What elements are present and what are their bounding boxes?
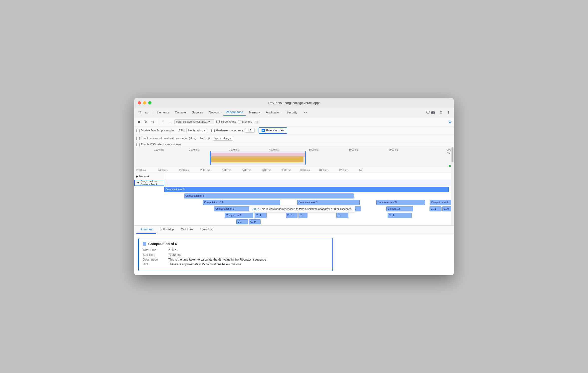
stop-icon[interactable]: ⊘ bbox=[150, 119, 155, 124]
tab-performance[interactable]: Performance bbox=[223, 109, 246, 116]
flame-bar-c6[interactable]: C... bbox=[298, 213, 307, 218]
enable-paint-label: Enable advanced paint instrumentation (s… bbox=[141, 137, 196, 140]
tab-bottom-up[interactable]: Bottom-Up bbox=[156, 226, 177, 234]
dtm-440: 440 bbox=[359, 169, 363, 172]
timeline-container: 1000 ms 2000 ms 3000 ms 4000 ms 5000 ms … bbox=[134, 147, 454, 226]
url-arrow: ▾ bbox=[208, 120, 210, 123]
enable-css-checkbox[interactable] bbox=[136, 143, 140, 146]
memory-icon[interactable]: ▤ bbox=[254, 119, 259, 124]
enable-paint-checkbox[interactable] bbox=[136, 137, 140, 140]
traffic-lights bbox=[138, 101, 151, 104]
settings-blue-icon[interactable]: ⚙ bbox=[448, 119, 452, 124]
chat-icon: 💬 bbox=[426, 111, 430, 114]
flame-bar-comp3a[interactable]: Computation of 3 bbox=[297, 200, 360, 205]
network-expand-icon: ▶ bbox=[136, 175, 138, 178]
desc-value: This is the time taken to calculate the … bbox=[168, 258, 266, 261]
flame-bar-c2[interactable]: C...1 bbox=[430, 206, 441, 211]
hw-concurrency-option[interactable]: Hardware concurrency bbox=[211, 128, 255, 133]
badge-count: 2 bbox=[431, 111, 435, 114]
summary-icon bbox=[143, 242, 146, 246]
flame-row-1: Computation of 5 2.00 s This is was rand… bbox=[164, 193, 454, 199]
chat-badge[interactable]: 💬 2 bbox=[424, 110, 437, 115]
summary-row-desc: Description This is the time taken to ca… bbox=[143, 258, 328, 261]
summary-row-total: Total Time 2.00 s bbox=[143, 248, 328, 252]
tab-event-log[interactable]: Event Log bbox=[196, 226, 217, 234]
flame-bar-comp2a[interactable]: Comput...n of 2 bbox=[430, 200, 454, 205]
hw-concurrency-input[interactable] bbox=[245, 128, 255, 133]
disable-js-checkbox[interactable] bbox=[136, 129, 140, 132]
flame-bar-c5[interactable]: C...1 bbox=[286, 213, 297, 218]
upload-icon[interactable]: ↑ bbox=[160, 119, 165, 124]
flame-row-4: Comput... of 2 C...1 C...1 C... C... C..… bbox=[164, 212, 454, 219]
minimize-button[interactable] bbox=[143, 101, 146, 104]
custom-track-label[interactable]: ▼ Corgi track — Custom Track bbox=[134, 180, 164, 186]
settings-icon[interactable]: ⚙ bbox=[438, 109, 444, 115]
enable-paint-option[interactable]: Enable advanced paint instrumentation (s… bbox=[136, 137, 196, 140]
flame-bar-c9[interactable]: C... bbox=[236, 219, 248, 224]
dtm-3400: 3400 ms bbox=[262, 169, 271, 172]
network-track-row: ▶ Network bbox=[134, 173, 454, 180]
record-icon[interactable]: ⏺ bbox=[136, 119, 141, 124]
tab-call-tree[interactable]: Call Tree bbox=[177, 226, 196, 234]
network-throttle-dropdown[interactable]: No throttling ▾ bbox=[213, 136, 233, 141]
timeline-scrollbar[interactable] bbox=[451, 147, 454, 225]
extension-data-button[interactable]: Extension data bbox=[259, 127, 287, 134]
cpu-label: CPU: bbox=[178, 129, 185, 132]
hw-concurrency-checkbox[interactable] bbox=[211, 129, 215, 132]
flame-bar-comp4[interactable]: Computation of 4 bbox=[203, 200, 280, 205]
net-overview-label: NET bbox=[447, 151, 452, 154]
tab-elements[interactable]: Elements bbox=[154, 109, 171, 116]
tab-security[interactable]: Security bbox=[284, 109, 300, 116]
time-mark-5: 5000 ms bbox=[309, 148, 318, 151]
flame-bar-comp2d[interactable]: Compu... 2 bbox=[386, 206, 413, 211]
summary-panel: Computation of 6 Total Time 2.00 s Self … bbox=[134, 234, 454, 275]
cpu-throttle-dropdown[interactable]: No throttling ▾ bbox=[186, 128, 207, 133]
flame-bar-c4[interactable]: C...1 bbox=[255, 213, 267, 218]
close-button[interactable] bbox=[138, 101, 141, 104]
maximize-button[interactable] bbox=[148, 101, 151, 104]
screenshots-checkbox[interactable] bbox=[216, 120, 220, 123]
network-track-content bbox=[164, 173, 454, 180]
more-icon[interactable]: ⋮ bbox=[445, 109, 452, 115]
extension-data-label: Extension data bbox=[266, 129, 284, 132]
refresh-icon[interactable]: ↻ bbox=[143, 119, 148, 124]
flame-bar-comp5[interactable]: Computation of 5 bbox=[184, 193, 354, 198]
download-icon[interactable]: ↓ bbox=[167, 119, 172, 124]
summary-row-hint: Hint There are approximately 15 calculat… bbox=[143, 263, 328, 266]
flame-bar-comp2e[interactable]: Comput... of 2 bbox=[225, 213, 253, 218]
dtm-4200: 4200 ms bbox=[339, 169, 348, 172]
flame-bar-c8[interactable]: C...1 bbox=[388, 213, 412, 218]
tab-summary[interactable]: Summary bbox=[136, 226, 156, 234]
network-track-label[interactable]: ▶ Network bbox=[134, 173, 164, 180]
timeline-overview[interactable]: 1000 ms 2000 ms 3000 ms 4000 ms 5000 ms … bbox=[134, 147, 454, 167]
time-mark-6: 6000 ms bbox=[349, 148, 358, 151]
enable-css-option[interactable]: Enable CSS selector stats (slow) bbox=[136, 143, 181, 146]
tab-memory[interactable]: Memory bbox=[247, 109, 262, 116]
flame-row-2: Computation of 4 Computation of 3 Comput… bbox=[164, 199, 454, 206]
cpu-overview-label: CPU bbox=[446, 148, 452, 151]
nav-bar: ⬚ ▭ Elements Console Sources Network Per… bbox=[134, 108, 454, 117]
flame-bar-comp3b[interactable]: Computation of 3 bbox=[376, 200, 425, 205]
cpu-group: CPU: No throttling ▾ bbox=[178, 128, 207, 133]
flame-bar-c10[interactable]: C...0 bbox=[249, 219, 261, 224]
url-dropdown[interactable]: corgi-collage.vercel.app... ▾ bbox=[174, 119, 214, 124]
memory-checkbox[interactable] bbox=[238, 120, 241, 123]
flame-bar-c7[interactable]: C... bbox=[336, 213, 348, 218]
tab-console[interactable]: Console bbox=[172, 109, 188, 116]
memory-checkbox-group[interactable]: Memory bbox=[238, 120, 252, 123]
screenshots-checkbox-group[interactable]: Screenshots bbox=[216, 120, 236, 123]
device-icon[interactable]: ▭ bbox=[144, 109, 150, 115]
dtm-3200: 3200 ms bbox=[242, 169, 251, 172]
tab-sources[interactable]: Sources bbox=[189, 109, 205, 116]
tab-application[interactable]: Application bbox=[263, 109, 283, 116]
extension-data-checkbox[interactable] bbox=[262, 129, 265, 132]
tab-network[interactable]: Network bbox=[206, 109, 222, 116]
tab-more[interactable]: >> bbox=[301, 109, 309, 116]
inspect-icon[interactable]: ⬚ bbox=[136, 109, 143, 115]
disable-js-option[interactable]: Disable JavaScript samples bbox=[136, 129, 174, 132]
time-mark-3: 3000 ms bbox=[229, 148, 239, 151]
self-time-value: 71.80 ms bbox=[168, 253, 180, 257]
flame-bar-comp6[interactable]: Computation of 6 bbox=[164, 187, 449, 192]
network-label: Network bbox=[139, 175, 149, 178]
title-bar: DevTools - corgi-collage.vercel.app/ bbox=[134, 98, 454, 108]
